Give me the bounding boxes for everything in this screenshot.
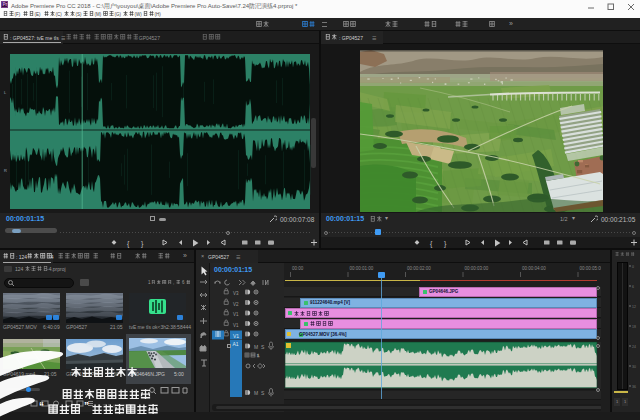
svg-text:36: 36 [632,385,636,389]
svg-text:V1: V1 [233,333,239,339]
svg-text:V3: V3 [233,291,239,296]
svg-text:1: 1 [257,353,260,358]
svg-text:V1: V1 [233,312,239,317]
svg-text:M: M [254,344,258,350]
svg-text:12: 12 [632,305,636,309]
svg-text:M: M [254,390,258,396]
svg-text:18: 18 [632,325,636,329]
svg-text:V2: V2 [233,302,239,307]
svg-text:S: S [261,344,265,350]
svg-text:V1: V1 [233,323,239,328]
svg-text:0: 0 [632,265,634,269]
svg-text:24: 24 [632,345,636,349]
svg-text:6: 6 [632,285,634,289]
svg-text:A1: A1 [233,341,239,347]
svg-text:30: 30 [632,365,636,369]
svg-text:S: S [261,390,265,396]
